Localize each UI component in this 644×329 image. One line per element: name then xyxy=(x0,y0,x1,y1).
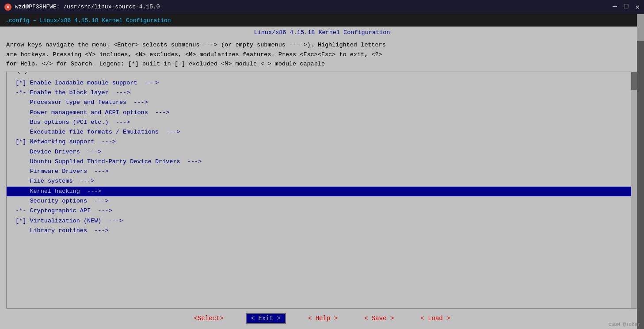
menu-item[interactable]: Power management and ACPI options ---> xyxy=(7,108,637,118)
menu-item[interactable]: Executable file formats / Emulations ---… xyxy=(7,127,637,137)
window-title: wzd@PF38HFWE: /usr/src/linux-source-4.15… xyxy=(15,4,160,10)
menu-item[interactable]: [*] Enable loadable module support ---> xyxy=(7,78,637,88)
menu-item[interactable]: Security options ---> xyxy=(7,196,637,206)
menu-item[interactable]: Device Drivers ---> xyxy=(7,147,637,157)
title-bar: w wzd@PF38HFWE: /usr/src/linux-source-4.… xyxy=(0,0,644,14)
tab-label: .config – Linux/x86 4.15.18 Kernel Confi… xyxy=(5,17,171,24)
menu-box-title: ^(-) xyxy=(12,72,29,74)
load-button[interactable]: < Load > xyxy=(416,314,454,323)
maximize-button[interactable]: □ xyxy=(624,3,629,11)
menu-item[interactable]: Ubuntu Supplied Third-Party Device Drive… xyxy=(7,157,637,167)
menu-item[interactable]: [*] Networking support ---> xyxy=(7,137,637,147)
menu-item[interactable]: [*] Virtualization (NEW) ---> xyxy=(7,216,637,226)
tab-bar: .config – Linux/x86 4.15.18 Kernel Confi… xyxy=(0,14,644,27)
save-button[interactable]: < Save > xyxy=(360,314,398,323)
menu-item[interactable]: -*- Cryptographic API ---> xyxy=(7,206,637,216)
menu-box: ^(-) [*] Enable loadable module support … xyxy=(6,72,638,309)
menu-item[interactable]: Processor type and features ---> xyxy=(7,98,637,107)
menu-item[interactable]: -*- Enable the block layer ---> xyxy=(7,88,637,98)
watermark: CSDN @Tobar xyxy=(608,322,640,327)
bottom-buttons: <Select> < Exit > < Help > < Save > < Lo… xyxy=(0,309,644,329)
outer-scrollbar[interactable] xyxy=(637,14,644,329)
info-line-2: are hotkeys. Pressing <Y> includes, <N> … xyxy=(6,50,638,60)
exit-button[interactable]: < Exit > xyxy=(246,313,286,324)
scrollbar[interactable] xyxy=(631,72,637,308)
help-button[interactable]: < Help > xyxy=(304,314,342,323)
menu-item[interactable]: File systems ---> xyxy=(7,176,637,186)
info-section: Arrow keys navigate the menu. <Enter> se… xyxy=(0,37,644,72)
minimize-button[interactable]: — xyxy=(613,3,617,11)
close-button[interactable]: ✕ xyxy=(635,3,640,11)
select-button[interactable]: <Select> xyxy=(189,314,228,323)
menu-item[interactable]: Bus options (PCI etc.) ---> xyxy=(7,118,637,127)
info-line-1: Arrow keys navigate the menu. <Enter> se… xyxy=(6,40,638,50)
menu-items-list: [*] Enable loadable module support --->-… xyxy=(7,77,637,237)
terminal-area: Linux/x86 4.15.18 Kernel Configuration A… xyxy=(0,27,644,329)
title-bar-left: w wzd@PF38HFWE: /usr/src/linux-source-4.… xyxy=(4,4,160,11)
terminal-icon: w xyxy=(4,4,11,11)
menu-item[interactable]: Firmware Drivers ---> xyxy=(7,167,637,176)
scrollbar-thumb[interactable] xyxy=(631,72,637,90)
window-controls[interactable]: — □ ✕ xyxy=(613,3,640,11)
menu-item[interactable]: Kernel hacking ---> xyxy=(7,187,637,196)
info-line-3: for Help, </> for Search. Legend: [*] bu… xyxy=(6,59,638,69)
menu-item[interactable]: Library routines ---> xyxy=(7,226,637,236)
outer-scrollbar-thumb[interactable] xyxy=(637,14,644,41)
config-title: Linux/x86 4.15.18 Kernel Configuration xyxy=(0,27,644,37)
